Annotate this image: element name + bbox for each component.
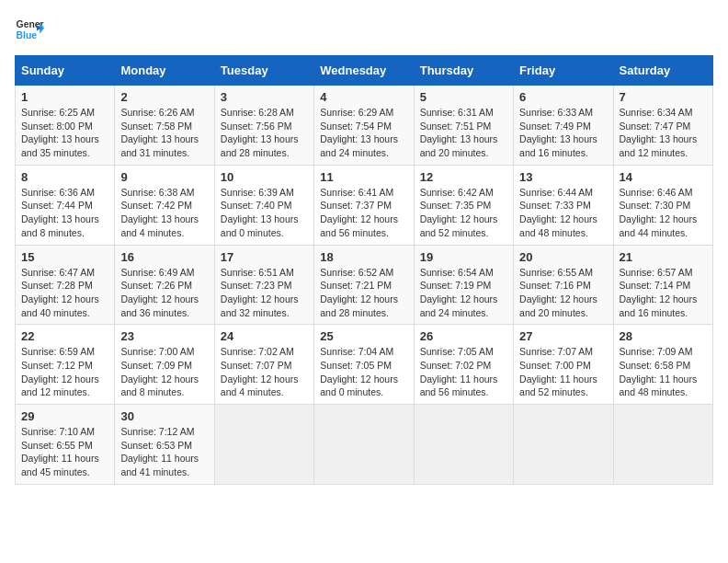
calendar-cell: 23 Sunrise: 7:00 AMSunset: 7:09 PMDaylig… — [115, 325, 214, 405]
header-wednesday: Wednesday — [314, 56, 414, 86]
calendar-cell: 13 Sunrise: 6:44 AMSunset: 7:33 PMDaylig… — [514, 165, 613, 245]
day-info: Sunrise: 6:34 AMSunset: 7:47 PMDaylight:… — [620, 107, 698, 158]
calendar-cell: 22 Sunrise: 6:59 AMSunset: 7:12 PMDaylig… — [16, 325, 115, 405]
day-number: 1 — [21, 90, 108, 104]
day-info: Sunrise: 6:46 AMSunset: 7:30 PMDaylight:… — [620, 187, 698, 238]
calendar-cell: 19 Sunrise: 6:54 AMSunset: 7:19 PMDaylig… — [414, 245, 513, 325]
day-number: 21 — [620, 250, 707, 264]
calendar-cell: 20 Sunrise: 6:55 AMSunset: 7:16 PMDaylig… — [514, 245, 613, 325]
day-info: Sunrise: 7:07 AMSunset: 7:00 PMDaylight:… — [519, 346, 597, 397]
calendar-cell: 9 Sunrise: 6:38 AMSunset: 7:42 PMDayligh… — [115, 165, 214, 245]
day-info: Sunrise: 6:33 AMSunset: 7:49 PMDaylight:… — [519, 107, 597, 158]
day-number: 17 — [221, 250, 308, 264]
day-number: 25 — [320, 329, 407, 343]
calendar-cell: 30 Sunrise: 7:12 AMSunset: 6:53 PMDaylig… — [115, 405, 214, 485]
day-number: 10 — [221, 170, 308, 184]
day-number: 27 — [519, 329, 607, 343]
day-info: Sunrise: 6:51 AMSunset: 7:23 PMDaylight:… — [221, 267, 299, 318]
day-number: 20 — [519, 250, 607, 264]
day-number: 9 — [120, 170, 208, 184]
calendar-cell — [613, 405, 712, 485]
calendar-cell: 11 Sunrise: 6:41 AMSunset: 7:37 PMDaylig… — [314, 165, 414, 245]
page-header: General Blue — [15, 15, 713, 44]
day-number: 24 — [221, 329, 308, 343]
day-number: 19 — [420, 250, 507, 264]
calendar-cell: 26 Sunrise: 7:05 AMSunset: 7:02 PMDaylig… — [414, 325, 513, 405]
day-info: Sunrise: 6:31 AMSunset: 7:51 PMDaylight:… — [420, 107, 498, 158]
day-number: 5 — [420, 90, 507, 104]
calendar-cell: 25 Sunrise: 7:04 AMSunset: 7:05 PMDaylig… — [314, 325, 414, 405]
day-number: 14 — [620, 170, 707, 184]
calendar-cell: 21 Sunrise: 6:57 AMSunset: 7:14 PMDaylig… — [613, 245, 712, 325]
day-number: 15 — [21, 250, 108, 264]
day-info: Sunrise: 6:49 AMSunset: 7:26 PMDaylight:… — [120, 267, 199, 318]
calendar-cell: 16 Sunrise: 6:49 AMSunset: 7:26 PMDaylig… — [115, 245, 214, 325]
day-number: 29 — [21, 409, 108, 423]
logo-icon: General Blue — [15, 15, 44, 44]
day-info: Sunrise: 7:00 AMSunset: 7:09 PMDaylight:… — [120, 346, 199, 397]
day-info: Sunrise: 6:41 AMSunset: 7:37 PMDaylight:… — [320, 187, 398, 238]
day-info: Sunrise: 7:05 AMSunset: 7:02 PMDaylight:… — [420, 346, 498, 397]
calendar-cell — [214, 405, 313, 485]
day-number: 2 — [120, 90, 208, 104]
calendar-header-row: SundayMondayTuesdayWednesdayThursdayFrid… — [16, 56, 713, 86]
calendar-cell: 15 Sunrise: 6:47 AMSunset: 7:28 PMDaylig… — [16, 245, 115, 325]
day-info: Sunrise: 6:36 AMSunset: 7:44 PMDaylight:… — [21, 187, 99, 238]
calendar-cell: 3 Sunrise: 6:28 AMSunset: 7:56 PMDayligh… — [214, 86, 313, 166]
day-info: Sunrise: 7:12 AMSunset: 6:53 PMDaylight:… — [120, 426, 199, 477]
day-number: 12 — [420, 170, 507, 184]
day-number: 22 — [21, 329, 108, 343]
day-number: 11 — [320, 170, 407, 184]
day-number: 30 — [120, 409, 208, 423]
day-info: Sunrise: 7:02 AMSunset: 7:07 PMDaylight:… — [221, 346, 299, 397]
calendar-cell: 29 Sunrise: 7:10 AMSunset: 6:55 PMDaylig… — [16, 405, 115, 485]
header-friday: Friday — [514, 56, 613, 86]
day-info: Sunrise: 6:52 AMSunset: 7:21 PMDaylight:… — [320, 267, 398, 318]
calendar-cell: 18 Sunrise: 6:52 AMSunset: 7:21 PMDaylig… — [314, 245, 414, 325]
day-number: 26 — [420, 329, 507, 343]
day-info: Sunrise: 6:38 AMSunset: 7:42 PMDaylight:… — [120, 187, 199, 238]
svg-text:Blue: Blue — [17, 30, 38, 40]
calendar-cell: 8 Sunrise: 6:36 AMSunset: 7:44 PMDayligh… — [16, 165, 115, 245]
calendar-week-row: 22 Sunrise: 6:59 AMSunset: 7:12 PMDaylig… — [16, 325, 713, 405]
day-info: Sunrise: 6:42 AMSunset: 7:35 PMDaylight:… — [420, 187, 498, 238]
calendar-week-row: 15 Sunrise: 6:47 AMSunset: 7:28 PMDaylig… — [16, 245, 713, 325]
calendar-cell: 17 Sunrise: 6:51 AMSunset: 7:23 PMDaylig… — [214, 245, 313, 325]
calendar-cell: 2 Sunrise: 6:26 AMSunset: 7:58 PMDayligh… — [115, 86, 214, 166]
header-sunday: Sunday — [16, 56, 115, 86]
calendar-cell: 7 Sunrise: 6:34 AMSunset: 7:47 PMDayligh… — [613, 86, 712, 166]
calendar-cell: 14 Sunrise: 6:46 AMSunset: 7:30 PMDaylig… — [613, 165, 712, 245]
day-info: Sunrise: 6:39 AMSunset: 7:40 PMDaylight:… — [221, 187, 299, 238]
day-number: 13 — [519, 170, 607, 184]
calendar-cell: 6 Sunrise: 6:33 AMSunset: 7:49 PMDayligh… — [514, 86, 613, 166]
day-number: 7 — [620, 90, 707, 104]
calendar-table: SundayMondayTuesdayWednesdayThursdayFrid… — [15, 55, 713, 485]
calendar-cell — [314, 405, 414, 485]
calendar-cell: 1 Sunrise: 6:25 AMSunset: 8:00 PMDayligh… — [16, 86, 115, 166]
day-number: 6 — [519, 90, 607, 104]
day-info: Sunrise: 6:47 AMSunset: 7:28 PMDaylight:… — [21, 267, 99, 318]
day-number: 4 — [320, 90, 407, 104]
calendar-cell — [514, 405, 613, 485]
day-info: Sunrise: 6:29 AMSunset: 7:54 PMDaylight:… — [320, 107, 398, 158]
day-info: Sunrise: 6:28 AMSunset: 7:56 PMDaylight:… — [221, 107, 299, 158]
day-info: Sunrise: 6:44 AMSunset: 7:33 PMDaylight:… — [519, 187, 597, 238]
calendar-week-row: 8 Sunrise: 6:36 AMSunset: 7:44 PMDayligh… — [16, 165, 713, 245]
calendar-cell: 10 Sunrise: 6:39 AMSunset: 7:40 PMDaylig… — [214, 165, 313, 245]
day-info: Sunrise: 7:04 AMSunset: 7:05 PMDaylight:… — [320, 346, 398, 397]
calendar-week-row: 29 Sunrise: 7:10 AMSunset: 6:55 PMDaylig… — [16, 405, 713, 485]
calendar-week-row: 1 Sunrise: 6:25 AMSunset: 8:00 PMDayligh… — [16, 86, 713, 166]
day-number: 3 — [221, 90, 308, 104]
header-tuesday: Tuesday — [214, 56, 313, 86]
day-info: Sunrise: 7:10 AMSunset: 6:55 PMDaylight:… — [21, 426, 99, 477]
day-number: 8 — [21, 170, 108, 184]
calendar-cell: 4 Sunrise: 6:29 AMSunset: 7:54 PMDayligh… — [314, 86, 414, 166]
calendar-cell: 24 Sunrise: 7:02 AMSunset: 7:07 PMDaylig… — [214, 325, 313, 405]
calendar-cell: 28 Sunrise: 7:09 AMSunset: 6:58 PMDaylig… — [613, 325, 712, 405]
day-number: 23 — [120, 329, 208, 343]
day-info: Sunrise: 6:55 AMSunset: 7:16 PMDaylight:… — [519, 267, 597, 318]
day-number: 28 — [620, 329, 707, 343]
logo: General Blue — [15, 15, 44, 44]
day-info: Sunrise: 6:59 AMSunset: 7:12 PMDaylight:… — [21, 346, 99, 397]
day-info: Sunrise: 6:57 AMSunset: 7:14 PMDaylight:… — [620, 267, 698, 318]
